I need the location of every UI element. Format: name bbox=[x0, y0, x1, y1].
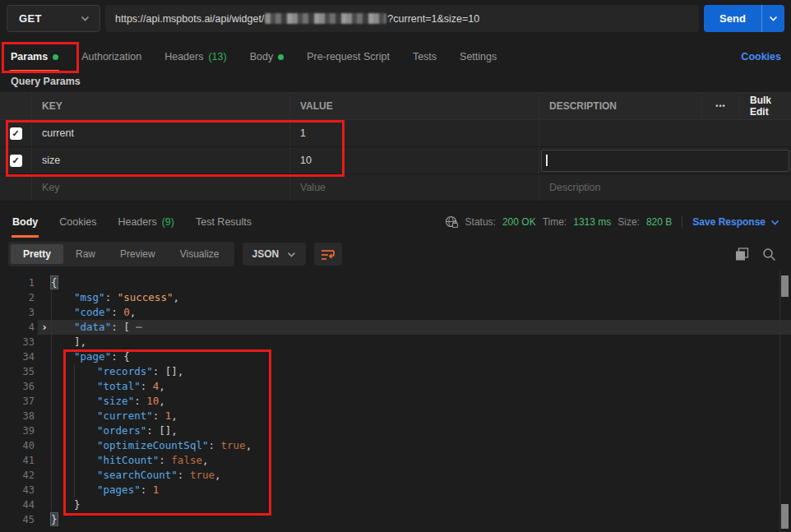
param-key-cell[interactable]: size bbox=[31, 147, 289, 173]
token-key: "msg" bbox=[74, 291, 105, 303]
fold-spacer bbox=[38, 335, 51, 349]
scrollbar-thumb-bottom[interactable] bbox=[781, 504, 789, 529]
code-line-44: 44} bbox=[0, 497, 791, 512]
code-content[interactable]: "total": 4, bbox=[51, 379, 791, 394]
param-key-cell[interactable]: current bbox=[31, 120, 289, 146]
description-input-focused[interactable] bbox=[541, 150, 789, 172]
bulk-edit-button[interactable]: Bulk Edit bbox=[739, 93, 791, 119]
code-content[interactable]: "searchCount": true, bbox=[51, 468, 791, 483]
view-bar-right-icons bbox=[735, 247, 783, 261]
line-number: 45 bbox=[0, 512, 38, 527]
code-content[interactable]: "data": [ ⋯ bbox=[51, 320, 791, 335]
code-content[interactable]: "size": 10, bbox=[51, 394, 791, 409]
checkbox-checked[interactable]: ✓ bbox=[10, 127, 22, 140]
code-content[interactable]: "pages": 1 bbox=[51, 483, 791, 497]
view-tab-raw[interactable]: Raw bbox=[63, 244, 108, 264]
ellipsis-icon: ••• bbox=[715, 102, 725, 110]
indent-guide bbox=[74, 423, 97, 438]
code-content[interactable]: } bbox=[51, 512, 791, 527]
code-content[interactable]: ], bbox=[51, 335, 791, 349]
fold-expand-icon[interactable]: › bbox=[38, 320, 51, 335]
code-line-33: 33], bbox=[0, 335, 791, 349]
url-suffix: ?current=1&size=10 bbox=[387, 13, 479, 25]
indent-guide bbox=[51, 409, 74, 423]
code-content[interactable]: "code": 0, bbox=[51, 305, 791, 320]
cookies-link[interactable]: Cookies bbox=[741, 51, 781, 72]
code-content[interactable]: "records": [], bbox=[51, 364, 791, 379]
token-p: : bbox=[178, 469, 190, 481]
fold-spacer bbox=[38, 275, 51, 290]
tab-params[interactable]: Params bbox=[10, 44, 59, 72]
view-tab-visualize[interactable]: Visualize bbox=[168, 244, 232, 264]
wrap-text-icon bbox=[321, 248, 335, 261]
chevron-down-icon bbox=[770, 220, 779, 225]
param-value-placeholder[interactable]: Value bbox=[289, 174, 539, 201]
tab-label: Authorization bbox=[81, 51, 141, 62]
response-tab-body[interactable]: Body bbox=[12, 210, 39, 238]
indent-guide bbox=[51, 453, 74, 468]
tab-headers[interactable]: Headers(13) bbox=[164, 44, 227, 72]
code-content[interactable]: "msg": "success", bbox=[51, 290, 791, 305]
token-p: : bbox=[153, 409, 165, 422]
network-globe-icon[interactable] bbox=[444, 215, 459, 229]
method-label: GET bbox=[19, 12, 42, 25]
param-description-placeholder[interactable]: Description bbox=[539, 174, 791, 201]
scrollbar-track[interactable] bbox=[779, 271, 791, 532]
response-tab-test-results[interactable]: Test Results bbox=[195, 210, 252, 238]
response-tab-headers[interactable]: Headers(9) bbox=[117, 210, 175, 238]
code-content[interactable]: "hitCount": false, bbox=[51, 453, 791, 468]
scrollbar-thumb[interactable] bbox=[781, 275, 789, 297]
param-description-cell[interactable] bbox=[539, 147, 791, 173]
code-content[interactable]: "page": { bbox=[51, 349, 791, 364]
param-checkbox-cell: ✓ bbox=[0, 147, 31, 173]
more-options-button[interactable]: ••• bbox=[701, 93, 739, 119]
wrap-text-button[interactable] bbox=[314, 243, 342, 266]
url-input[interactable]: https://api.mspbots.ai/api/widget/?curre… bbox=[105, 5, 699, 32]
checkbox-checked[interactable]: ✓ bbox=[10, 155, 22, 167]
token-bracehl: } bbox=[51, 513, 58, 525]
postman-window: { "request": { "method": "GET", "url_pre… bbox=[0, 0, 791, 532]
query-params-title: Query Params bbox=[0, 72, 791, 92]
key-placeholder-text: Key bbox=[42, 182, 60, 193]
tab-label: Headers bbox=[164, 51, 203, 62]
method-select[interactable]: GET bbox=[7, 5, 100, 32]
param-description-cell[interactable] bbox=[539, 120, 791, 146]
view-tab-pretty[interactable]: Pretty bbox=[11, 244, 63, 264]
response-body-editor[interactable]: 1{2"msg": "success",3"code": 0,4›"data":… bbox=[0, 271, 791, 532]
indent-guide bbox=[51, 349, 74, 364]
token-p: } bbox=[74, 498, 81, 511]
indent-guide bbox=[51, 483, 74, 497]
save-response-button[interactable]: Save Response bbox=[692, 216, 779, 228]
code-content[interactable]: "orders": [], bbox=[51, 423, 791, 438]
tab-tests[interactable]: Tests bbox=[412, 44, 437, 72]
token-p: , bbox=[159, 380, 165, 392]
view-tab-preview[interactable]: Preview bbox=[108, 244, 168, 264]
param-value-cell[interactable]: 1 bbox=[289, 120, 539, 146]
token-key: "current" bbox=[97, 409, 153, 422]
response-meta: Status: 200 OK Time: 1313 ms Size: 820 B… bbox=[444, 215, 779, 238]
tab-label: Body bbox=[250, 51, 274, 62]
tab-settings[interactable]: Settings bbox=[459, 44, 497, 72]
tab-label: Cookies bbox=[59, 216, 96, 228]
indent-guide bbox=[51, 335, 74, 349]
send-options-button[interactable] bbox=[761, 5, 784, 32]
line-number: 4 bbox=[0, 320, 38, 335]
token-p: : bbox=[141, 380, 153, 392]
code-content[interactable]: "optimizeCountSql": true, bbox=[51, 438, 791, 453]
param-value-cell[interactable]: 10 bbox=[289, 147, 539, 173]
param-row: ✓current1 bbox=[0, 120, 791, 147]
tab-body[interactable]: Body bbox=[249, 44, 285, 72]
code-content[interactable]: } bbox=[51, 497, 791, 512]
send-button[interactable]: Send bbox=[704, 5, 761, 32]
indent-guide bbox=[74, 364, 97, 379]
response-tab-cookies[interactable]: Cookies bbox=[58, 210, 97, 238]
tab-authorization[interactable]: Authorization bbox=[81, 44, 142, 72]
code-content[interactable]: "current": 1, bbox=[51, 409, 791, 423]
param-key-placeholder[interactable]: Key bbox=[31, 174, 289, 201]
token-p: , bbox=[246, 439, 252, 451]
tab-pre-request-script[interactable]: Pre-request Script bbox=[306, 44, 391, 72]
search-icon[interactable] bbox=[762, 247, 776, 261]
copy-icon[interactable] bbox=[735, 247, 749, 261]
code-content[interactable]: { bbox=[51, 275, 791, 290]
format-select[interactable]: JSON bbox=[243, 243, 307, 266]
